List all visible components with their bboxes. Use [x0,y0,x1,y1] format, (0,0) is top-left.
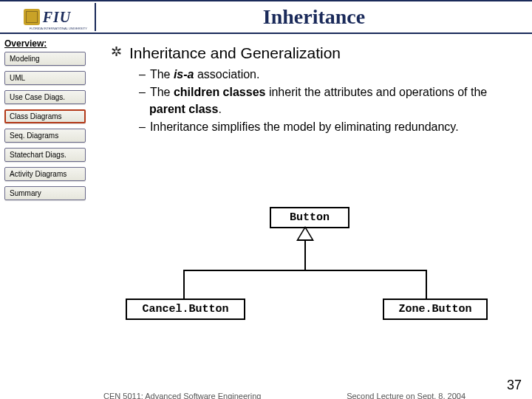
sidebar-item-summary[interactable]: Summary [4,186,86,200]
slide: FIU FLORIDA INTERNATIONAL UNIVERSITY Inh… [0,0,532,399]
inheritance-arrow-icon [296,226,314,241]
connector-line [183,270,427,271]
page-title: Inheritance [96,5,532,29]
heading-row: ✲ Inheritance and Generalization [111,44,514,62]
uml-class-parent: Button [270,207,349,228]
bullet-item: –The is-a association. [139,66,514,83]
bullet-item: –Inheritance simplifies the model by eli… [139,119,514,135]
sidebar-item-activity[interactable]: Activity Diagrams [4,167,86,181]
inheritance-diagram: Button Cancel.Button Zone.Button [103,207,495,340]
sidebar-item-class-diagrams[interactable]: Class Diagrams [4,109,86,123]
sidebar-item-uml[interactable]: UML [4,71,86,85]
snowflake-icon: ✲ [111,44,122,61]
footer-date: Second Lecture on Sept. 8, 2004 [347,392,466,399]
sidebar-item-use-case[interactable]: Use Case Diags. [4,90,86,104]
logo-subtext: FLORIDA INTERNATIONAL UNIVERSITY [30,27,87,30]
sidebar: Modeling UML Use Case Diags. Class Diagr… [4,52,86,205]
content-heading: Inheritance and Generalization [129,44,341,62]
logo-text: FIU [43,9,72,26]
logo: FIU FLORIDA INTERNATIONAL UNIVERSITY [0,3,96,31]
sidebar-heading: Overview: [4,38,47,49]
page-number: 37 [507,378,522,393]
footer-course: CEN 5011: Advanced Software Engineering [103,392,261,399]
connector-line [426,270,427,299]
uml-class-child-right: Zone.Button [383,299,488,320]
logo-crest-icon [24,9,40,25]
sidebar-item-statechart[interactable]: Statechart Diags. [4,148,86,162]
content-area: ✲ Inheritance and Generalization –The is… [111,44,514,137]
connector-line [183,270,185,299]
connector-line [304,241,306,270]
bullet-item: –The children classes inherit the attrib… [139,84,514,117]
bullet-list: –The is-a association. –The children cla… [139,66,514,136]
uml-class-child-left: Cancel.Button [126,299,245,320]
sidebar-item-modeling[interactable]: Modeling [4,52,86,66]
sidebar-item-seq-diagrams[interactable]: Seq. Diagrams [4,129,86,143]
header-bar: FIU FLORIDA INTERNATIONAL UNIVERSITY Inh… [0,0,532,34]
